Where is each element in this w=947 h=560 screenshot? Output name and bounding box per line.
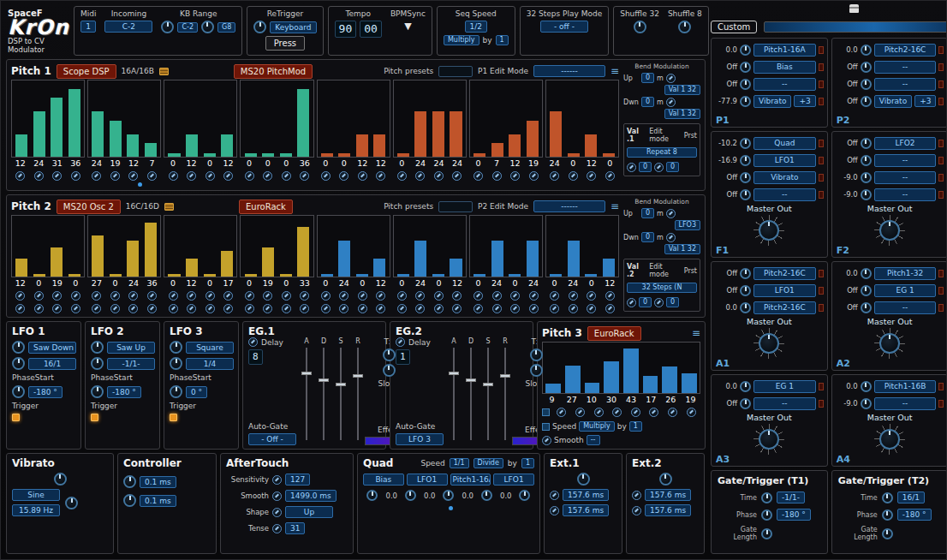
step-knob-icon[interactable] bbox=[245, 291, 254, 301]
step-knob-icon[interactable] bbox=[34, 291, 44, 301]
step-mode-icon[interactable] bbox=[110, 304, 120, 313]
mod-source-select[interactable]: LFO2 bbox=[874, 137, 937, 150]
step-bar[interactable] bbox=[92, 111, 104, 157]
eg1-decay-slider[interactable]: D bbox=[319, 337, 329, 445]
bend-dwn-mode-select[interactable]: Val 1 32 bbox=[664, 244, 700, 254]
step-knob-icon[interactable] bbox=[52, 291, 62, 301]
gate-t2-phase-select[interactable]: -180 ° bbox=[897, 509, 932, 521]
step-knob-icon[interactable] bbox=[147, 171, 157, 181]
pitch1-edit-mode-select[interactable]: ------ bbox=[533, 65, 605, 77]
step-bar[interactable] bbox=[356, 134, 368, 157]
step-bar[interactable] bbox=[15, 134, 27, 157]
step-bar[interactable] bbox=[565, 366, 581, 393]
mod-knob[interactable] bbox=[861, 302, 872, 313]
step-bar[interactable] bbox=[127, 241, 139, 277]
mod-source-select[interactable]: -- bbox=[753, 78, 816, 91]
mod-source-select[interactable]: LFO1 bbox=[753, 284, 816, 297]
gate-t1-length-knob[interactable] bbox=[761, 528, 772, 539]
step-knob-icon[interactable] bbox=[282, 291, 291, 301]
step-knob-icon[interactable] bbox=[187, 171, 196, 181]
step-bar[interactable] bbox=[338, 153, 350, 157]
step-mode-icon[interactable] bbox=[339, 304, 348, 313]
mod-source-select[interactable]: Pitch2-16C bbox=[753, 267, 816, 280]
step-knob-icon[interactable] bbox=[687, 408, 696, 417]
retrigger-mode-select[interactable]: Keyboard bbox=[270, 21, 316, 33]
mod-source-select[interactable]: -- bbox=[874, 301, 937, 314]
step-knob-icon[interactable] bbox=[223, 291, 233, 301]
step-bar[interactable] bbox=[682, 373, 697, 393]
eg2-sustain-slider[interactable]: S bbox=[483, 337, 493, 445]
step-mode-icon[interactable] bbox=[169, 304, 178, 313]
step-knob-icon[interactable] bbox=[376, 171, 385, 181]
step-knob-icon[interactable] bbox=[147, 291, 157, 301]
bpmsync-arrow-icon[interactable]: ▼ bbox=[404, 21, 411, 32]
val1-knob-a[interactable] bbox=[627, 163, 636, 172]
step-bar[interactable] bbox=[186, 134, 198, 157]
lfo3-phase-select[interactable]: 0 ° bbox=[186, 386, 207, 398]
lfo2-phase-knob[interactable] bbox=[91, 385, 104, 398]
lfo1-wave-knob[interactable] bbox=[12, 341, 25, 354]
step-bar[interactable] bbox=[373, 259, 385, 277]
mod-source-select[interactable]: -- bbox=[753, 397, 816, 410]
ext1-time-1[interactable]: 157.6 ms bbox=[563, 489, 609, 501]
step-knob-icon[interactable] bbox=[15, 291, 25, 301]
step-bar[interactable] bbox=[297, 227, 309, 277]
step-knob-icon[interactable] bbox=[282, 171, 291, 181]
ext2-time-1[interactable]: 157.6 ms bbox=[645, 489, 691, 501]
step-mode-icon[interactable] bbox=[263, 304, 272, 313]
gate-t1-time-knob[interactable] bbox=[761, 492, 772, 503]
mod-source-select[interactable]: EG 1 bbox=[753, 380, 816, 393]
step-mode-icon[interactable] bbox=[52, 304, 62, 313]
pitch3-speed-mode-select[interactable]: Multiply bbox=[579, 421, 615, 432]
val2-value-a[interactable]: 0 bbox=[639, 297, 652, 307]
step-bar[interactable] bbox=[491, 143, 503, 157]
step-knob-icon[interactable] bbox=[510, 171, 520, 181]
step-bar[interactable] bbox=[33, 274, 45, 277]
step-mode-icon[interactable] bbox=[510, 304, 520, 313]
mod-knob[interactable] bbox=[861, 268, 872, 279]
mod-source-select[interactable]: Quad bbox=[753, 137, 816, 150]
step-knob-icon[interactable] bbox=[245, 171, 254, 181]
mod-knob[interactable] bbox=[861, 62, 872, 73]
step-mode-icon[interactable] bbox=[376, 304, 385, 313]
shape-select[interactable]: Up bbox=[285, 506, 333, 518]
pitch3-mode-button[interactable]: EuroRack bbox=[587, 326, 641, 341]
kb-high-knob[interactable] bbox=[201, 21, 214, 33]
menu-icon[interactable]: ≡ bbox=[610, 67, 619, 75]
mod-source-select[interactable]: -- bbox=[874, 154, 937, 167]
step-knob-icon[interactable] bbox=[128, 291, 138, 301]
eg2-delay-value[interactable]: 1 bbox=[396, 349, 410, 365]
mod-source-select[interactable]: -- bbox=[874, 61, 937, 74]
steps-play-mode-select[interactable]: - off - bbox=[540, 21, 588, 33]
step-knob-icon[interactable] bbox=[263, 171, 272, 181]
step-knob-icon[interactable] bbox=[587, 171, 596, 181]
pitch3-by-value[interactable]: 1 bbox=[629, 421, 642, 432]
mod-source-select[interactable]: Vibrato bbox=[753, 171, 816, 184]
eg2-attack-slider[interactable]: A bbox=[449, 337, 459, 445]
mod-source-select[interactable]: Bias bbox=[753, 61, 816, 74]
val2-knob-a[interactable] bbox=[627, 298, 636, 307]
mod-source-select[interactable]: EG 1 bbox=[874, 284, 937, 297]
step-knob-icon[interactable] bbox=[187, 291, 196, 301]
step-bar[interactable] bbox=[262, 247, 274, 277]
step-bar[interactable] bbox=[432, 111, 444, 157]
step-mode-icon[interactable] bbox=[147, 304, 157, 313]
eg1-autogate-select[interactable]: - Off - bbox=[248, 433, 296, 445]
step-knob-icon[interactable] bbox=[110, 171, 120, 181]
step-knob-icon[interactable] bbox=[376, 291, 385, 301]
step-knob-icon[interactable] bbox=[92, 171, 101, 181]
mod-source-select[interactable]: Vibrato bbox=[874, 95, 912, 108]
step-bar[interactable] bbox=[414, 241, 426, 277]
mod-source-select[interactable]: Pitch1-16B bbox=[874, 380, 937, 393]
master-out-knob[interactable] bbox=[753, 215, 784, 246]
step-knob-icon[interactable] bbox=[415, 171, 425, 181]
step-bar[interactable] bbox=[280, 274, 292, 277]
step-bar[interactable] bbox=[373, 134, 385, 157]
step-knob-icon[interactable] bbox=[605, 171, 615, 181]
kb-low-value[interactable]: C-2 bbox=[177, 22, 198, 33]
mod-knob[interactable] bbox=[740, 62, 751, 73]
step-bar[interactable] bbox=[297, 89, 309, 157]
eg1-delay-value[interactable]: 8 bbox=[248, 349, 263, 365]
quad-knob-3[interactable] bbox=[443, 490, 454, 501]
step-knob-icon[interactable] bbox=[612, 408, 622, 417]
